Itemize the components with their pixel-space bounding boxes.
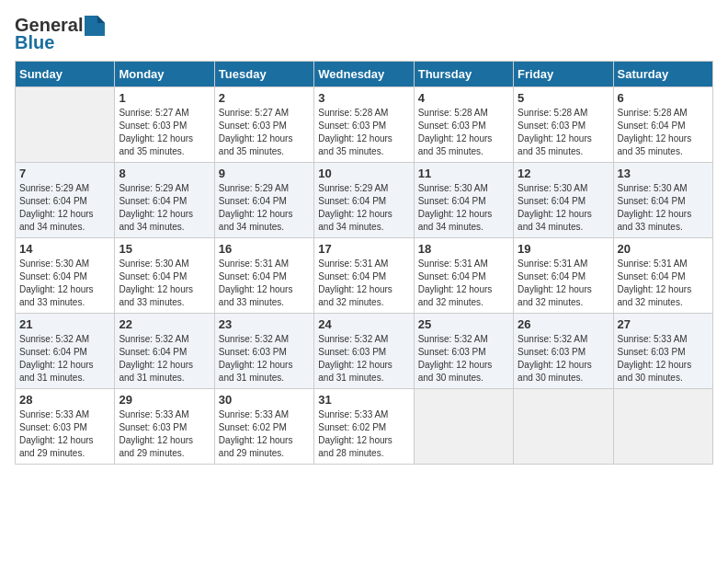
header: General Blue: [15, 15, 713, 53]
day-number: 24: [318, 317, 409, 331]
logo: General Blue: [15, 15, 105, 53]
day-detail: Sunrise: 5:32 AM Sunset: 6:03 PM Dayligh…: [518, 333, 609, 385]
day-detail: Sunrise: 5:28 AM Sunset: 6:04 PM Dayligh…: [618, 107, 709, 158]
calendar-cell: 12Sunrise: 5:30 AM Sunset: 6:04 PM Dayli…: [514, 163, 613, 238]
day-detail: Sunrise: 5:33 AM Sunset: 6:03 PM Dayligh…: [19, 408, 110, 460]
day-number: 17: [318, 242, 409, 256]
calendar-week-row: 21Sunrise: 5:32 AM Sunset: 6:04 PM Dayli…: [16, 314, 713, 389]
calendar-week-row: 7Sunrise: 5:29 AM Sunset: 6:04 PM Daylig…: [16, 163, 713, 238]
calendar-week-row: 1Sunrise: 5:27 AM Sunset: 6:03 PM Daylig…: [16, 87, 713, 163]
calendar-cell: 22Sunrise: 5:32 AM Sunset: 6:04 PM Dayli…: [115, 314, 214, 389]
calendar-cell: 20Sunrise: 5:31 AM Sunset: 6:04 PM Dayli…: [613, 238, 712, 314]
day-detail: Sunrise: 5:31 AM Sunset: 6:04 PM Dayligh…: [618, 258, 709, 309]
day-number: 23: [219, 317, 310, 331]
day-detail: Sunrise: 5:30 AM Sunset: 6:04 PM Dayligh…: [418, 182, 509, 234]
svg-marker-1: [97, 16, 105, 23]
day-number: 21: [19, 317, 110, 331]
day-number: 8: [119, 167, 210, 180]
header-day-monday: Monday: [115, 62, 214, 87]
day-number: 27: [618, 317, 709, 331]
calendar-cell: 8Sunrise: 5:29 AM Sunset: 6:04 PM Daylig…: [115, 163, 214, 238]
logo-blue-text: Blue: [15, 32, 54, 53]
day-detail: Sunrise: 5:30 AM Sunset: 6:04 PM Dayligh…: [618, 182, 709, 234]
day-number: 15: [119, 242, 210, 256]
calendar-cell: [514, 389, 613, 465]
calendar-cell: 21Sunrise: 5:32 AM Sunset: 6:04 PM Dayli…: [16, 314, 115, 389]
header-day-thursday: Thursday: [414, 62, 513, 87]
day-number: 5: [518, 91, 609, 105]
calendar-cell: 30Sunrise: 5:33 AM Sunset: 6:02 PM Dayli…: [214, 389, 313, 465]
day-detail: Sunrise: 5:31 AM Sunset: 6:04 PM Dayligh…: [318, 258, 409, 309]
calendar-cell: 11Sunrise: 5:30 AM Sunset: 6:04 PM Dayli…: [414, 163, 513, 238]
day-number: 20: [618, 242, 709, 256]
day-detail: Sunrise: 5:29 AM Sunset: 6:04 PM Dayligh…: [119, 182, 210, 234]
calendar-cell: 3Sunrise: 5:28 AM Sunset: 6:03 PM Daylig…: [314, 87, 414, 163]
day-detail: Sunrise: 5:33 AM Sunset: 6:02 PM Dayligh…: [219, 408, 310, 460]
calendar-cell: 25Sunrise: 5:32 AM Sunset: 6:03 PM Dayli…: [414, 314, 513, 389]
calendar-cell: 27Sunrise: 5:33 AM Sunset: 6:03 PM Dayli…: [613, 314, 712, 389]
day-number: 19: [518, 242, 609, 256]
day-number: 25: [418, 317, 509, 331]
day-detail: Sunrise: 5:29 AM Sunset: 6:04 PM Dayligh…: [219, 182, 310, 234]
header-day-friday: Friday: [514, 62, 613, 87]
logo-icon: [85, 16, 105, 36]
svg-marker-0: [85, 16, 105, 36]
calendar-cell: 23Sunrise: 5:32 AM Sunset: 6:03 PM Dayli…: [214, 314, 313, 389]
calendar-cell: [16, 87, 115, 163]
calendar-table: SundayMondayTuesdayWednesdayThursdayFrid…: [15, 61, 713, 465]
day-detail: Sunrise: 5:30 AM Sunset: 6:04 PM Dayligh…: [119, 258, 210, 309]
day-number: 2: [219, 91, 310, 105]
day-detail: Sunrise: 5:27 AM Sunset: 6:03 PM Dayligh…: [219, 107, 310, 158]
day-detail: Sunrise: 5:32 AM Sunset: 6:03 PM Dayligh…: [318, 333, 409, 385]
day-detail: Sunrise: 5:33 AM Sunset: 6:03 PM Dayligh…: [618, 333, 709, 385]
day-detail: Sunrise: 5:32 AM Sunset: 6:03 PM Dayligh…: [219, 333, 310, 385]
day-detail: Sunrise: 5:28 AM Sunset: 6:03 PM Dayligh…: [418, 107, 509, 158]
calendar-cell: 10Sunrise: 5:29 AM Sunset: 6:04 PM Dayli…: [314, 163, 414, 238]
calendar-cell: 5Sunrise: 5:28 AM Sunset: 6:03 PM Daylig…: [514, 87, 613, 163]
day-detail: Sunrise: 5:32 AM Sunset: 6:03 PM Dayligh…: [418, 333, 509, 385]
day-detail: Sunrise: 5:28 AM Sunset: 6:03 PM Dayligh…: [518, 107, 609, 158]
day-detail: Sunrise: 5:29 AM Sunset: 6:04 PM Dayligh…: [19, 182, 110, 234]
day-number: 11: [418, 167, 509, 180]
calendar-cell: [613, 389, 712, 465]
calendar-cell: 28Sunrise: 5:33 AM Sunset: 6:03 PM Dayli…: [16, 389, 115, 465]
day-detail: Sunrise: 5:32 AM Sunset: 6:04 PM Dayligh…: [19, 333, 110, 385]
calendar-cell: 7Sunrise: 5:29 AM Sunset: 6:04 PM Daylig…: [16, 163, 115, 238]
day-number: 10: [318, 167, 409, 180]
calendar-header-row: SundayMondayTuesdayWednesdayThursdayFrid…: [16, 62, 713, 87]
header-day-sunday: Sunday: [16, 62, 115, 87]
day-detail: Sunrise: 5:30 AM Sunset: 6:04 PM Dayligh…: [19, 258, 110, 309]
day-number: 22: [119, 317, 210, 331]
calendar-cell: [414, 389, 513, 465]
day-detail: Sunrise: 5:31 AM Sunset: 6:04 PM Dayligh…: [219, 258, 310, 309]
day-detail: Sunrise: 5:31 AM Sunset: 6:04 PM Dayligh…: [418, 258, 509, 309]
day-number: 12: [518, 167, 609, 180]
day-detail: Sunrise: 5:30 AM Sunset: 6:04 PM Dayligh…: [518, 182, 609, 234]
calendar-cell: 19Sunrise: 5:31 AM Sunset: 6:04 PM Dayli…: [514, 238, 613, 314]
calendar-cell: 1Sunrise: 5:27 AM Sunset: 6:03 PM Daylig…: [115, 87, 214, 163]
calendar-cell: 15Sunrise: 5:30 AM Sunset: 6:04 PM Dayli…: [115, 238, 214, 314]
calendar-cell: 14Sunrise: 5:30 AM Sunset: 6:04 PM Dayli…: [16, 238, 115, 314]
calendar-cell: 17Sunrise: 5:31 AM Sunset: 6:04 PM Dayli…: [314, 238, 414, 314]
calendar-cell: 29Sunrise: 5:33 AM Sunset: 6:03 PM Dayli…: [115, 389, 214, 465]
calendar-week-row: 14Sunrise: 5:30 AM Sunset: 6:04 PM Dayli…: [16, 238, 713, 314]
calendar-body: 1Sunrise: 5:27 AM Sunset: 6:03 PM Daylig…: [16, 87, 713, 465]
calendar-cell: 9Sunrise: 5:29 AM Sunset: 6:04 PM Daylig…: [214, 163, 313, 238]
day-detail: Sunrise: 5:31 AM Sunset: 6:04 PM Dayligh…: [518, 258, 609, 309]
header-day-tuesday: Tuesday: [214, 62, 313, 87]
calendar-cell: 13Sunrise: 5:30 AM Sunset: 6:04 PM Dayli…: [613, 163, 712, 238]
day-number: 30: [219, 393, 310, 407]
day-number: 16: [219, 242, 310, 256]
day-number: 13: [618, 167, 709, 180]
calendar-week-row: 28Sunrise: 5:33 AM Sunset: 6:03 PM Dayli…: [16, 389, 713, 465]
day-number: 9: [219, 167, 310, 180]
day-detail: Sunrise: 5:27 AM Sunset: 6:03 PM Dayligh…: [119, 107, 210, 158]
day-number: 14: [19, 242, 110, 256]
calendar-cell: 2Sunrise: 5:27 AM Sunset: 6:03 PM Daylig…: [214, 87, 313, 163]
day-number: 18: [418, 242, 509, 256]
day-number: 29: [119, 393, 210, 407]
calendar-cell: 24Sunrise: 5:32 AM Sunset: 6:03 PM Dayli…: [314, 314, 414, 389]
day-number: 7: [19, 167, 110, 180]
day-number: 3: [318, 91, 409, 105]
day-detail: Sunrise: 5:32 AM Sunset: 6:04 PM Dayligh…: [119, 333, 210, 385]
